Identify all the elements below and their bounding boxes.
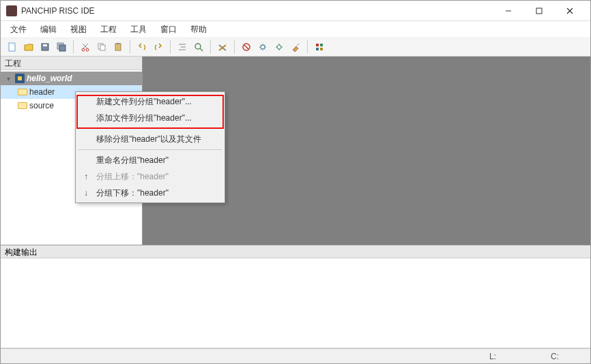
project-panel-title: 工程 bbox=[1, 57, 142, 70]
menubar: 文件 编辑 视图 工程 工具 窗口 帮助 bbox=[1, 21, 590, 37]
svg-line-13 bbox=[83, 44, 87, 48]
ctx-move-down[interactable]: ↓ 分组下移："header" bbox=[77, 185, 223, 201]
ctx-separator bbox=[78, 149, 222, 150]
menu-help[interactable]: 帮助 bbox=[184, 21, 214, 37]
svg-point-28 bbox=[277, 45, 281, 49]
toolbar-separator bbox=[73, 40, 74, 54]
ctx-remove-group[interactable]: 移除分组"header"以及其文件 bbox=[77, 131, 223, 147]
titlebar: PANCHIP RISC IDE bbox=[1, 1, 590, 21]
svg-rect-5 bbox=[13, 43, 15, 45]
close-button[interactable] bbox=[554, 1, 585, 20]
svg-rect-15 bbox=[100, 45, 105, 50]
ctx-new-file[interactable]: 新建文件到分组"header"... bbox=[77, 93, 223, 110]
settings-icon[interactable] bbox=[215, 40, 230, 55]
app-icon bbox=[6, 5, 17, 16]
arrow-up-icon: ↑ bbox=[81, 172, 91, 181]
menu-project[interactable]: 工程 bbox=[93, 21, 124, 37]
save-all-icon[interactable] bbox=[54, 40, 69, 55]
folder-icon bbox=[17, 101, 28, 110]
undo-icon[interactable] bbox=[134, 40, 149, 55]
ctx-rename-group[interactable]: 重命名分组"header" bbox=[77, 152, 223, 168]
copy-icon[interactable] bbox=[94, 40, 109, 55]
folder-icon bbox=[17, 87, 28, 97]
new-file-icon[interactable] bbox=[5, 40, 20, 55]
arrow-down-icon: ↓ bbox=[81, 188, 91, 198]
build-icon[interactable] bbox=[255, 40, 270, 55]
svg-rect-33 bbox=[320, 48, 323, 50]
tree-project-root[interactable]: ▾ hello_world bbox=[1, 72, 142, 85]
indent-icon[interactable] bbox=[175, 40, 190, 55]
chevron-down-icon[interactable]: ▾ bbox=[3, 75, 13, 82]
status-col: C: bbox=[551, 352, 585, 361]
run-icon[interactable] bbox=[272, 40, 287, 55]
maximize-button[interactable] bbox=[523, 1, 554, 20]
paste-icon[interactable] bbox=[111, 40, 126, 55]
open-folder-icon[interactable] bbox=[21, 40, 36, 55]
cut-icon[interactable] bbox=[78, 40, 93, 55]
ctx-separator bbox=[78, 128, 222, 129]
context-menu: 新建文件到分组"header"... 添加文件到分组"header"... 移除… bbox=[75, 91, 225, 203]
search-icon[interactable] bbox=[191, 40, 206, 55]
build-output-body[interactable] bbox=[1, 258, 590, 348]
svg-point-21 bbox=[195, 44, 201, 49]
ctx-move-up: ↑ 分组上移："header" bbox=[77, 168, 223, 185]
svg-rect-7 bbox=[43, 44, 47, 46]
toolbar-separator bbox=[307, 40, 308, 54]
redo-icon[interactable] bbox=[151, 40, 166, 55]
menu-edit[interactable]: 编辑 bbox=[33, 21, 63, 37]
svg-line-29 bbox=[297, 44, 299, 46]
minimize-button[interactable] bbox=[493, 1, 523, 20]
svg-rect-31 bbox=[320, 44, 323, 46]
svg-point-11 bbox=[86, 48, 89, 51]
tree-item-label: header bbox=[29, 87, 55, 97]
menu-tools[interactable]: 工具 bbox=[124, 21, 154, 37]
stop-icon[interactable] bbox=[239, 40, 254, 55]
svg-rect-17 bbox=[117, 43, 119, 44]
toolbar-separator bbox=[130, 40, 130, 54]
toolbar-separator bbox=[210, 40, 211, 54]
project-label: hello_world bbox=[27, 74, 72, 83]
toolbar-separator bbox=[234, 40, 235, 54]
svg-rect-30 bbox=[316, 44, 319, 46]
statusbar: L: C: bbox=[1, 348, 590, 363]
grid-icon[interactable] bbox=[312, 40, 327, 55]
svg-rect-1 bbox=[536, 8, 542, 14]
window-title: PANCHIP RISC IDE bbox=[21, 6, 493, 16]
svg-rect-9 bbox=[59, 45, 66, 51]
toolbar bbox=[1, 37, 590, 57]
svg-rect-16 bbox=[115, 44, 121, 50]
svg-line-12 bbox=[83, 44, 88, 48]
svg-point-10 bbox=[82, 48, 85, 51]
menu-file[interactable]: 文件 bbox=[3, 21, 33, 37]
svg-rect-32 bbox=[316, 48, 319, 50]
build-output-title: 构建输出 bbox=[1, 245, 590, 258]
menu-window[interactable]: 窗口 bbox=[154, 21, 184, 37]
menu-view[interactable]: 视图 bbox=[63, 21, 93, 37]
clean-icon[interactable] bbox=[288, 40, 303, 55]
tree-item-label: source bbox=[29, 101, 54, 110]
save-icon[interactable] bbox=[38, 40, 53, 55]
toolbar-separator bbox=[170, 40, 171, 54]
ctx-add-file[interactable]: 添加文件到分组"header"... bbox=[77, 110, 223, 126]
status-line: L: bbox=[489, 352, 523, 361]
svg-line-26 bbox=[244, 45, 248, 49]
svg-line-22 bbox=[200, 48, 203, 51]
project-icon bbox=[14, 74, 25, 83]
